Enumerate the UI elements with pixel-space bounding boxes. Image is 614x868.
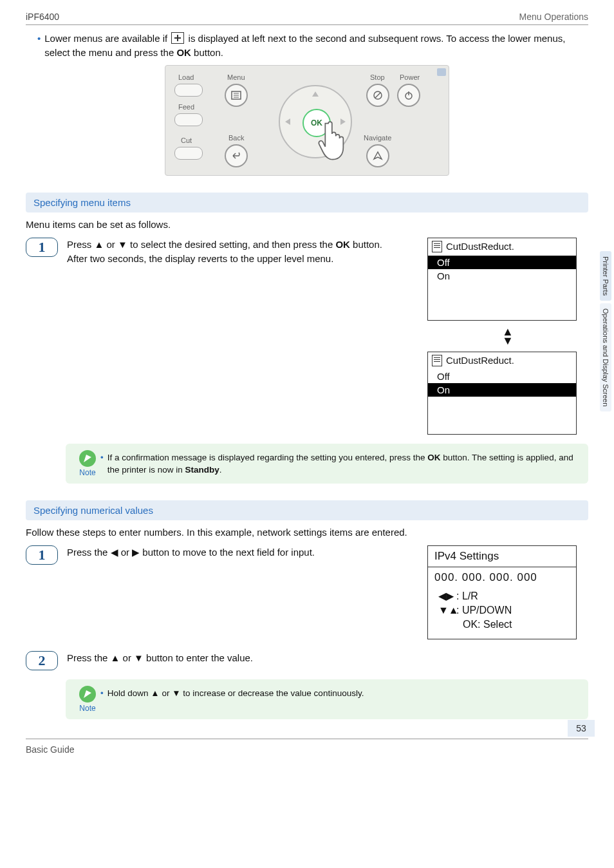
lcd-transition-arrows: ▲▼ [427, 321, 588, 352]
dpad-left-icon [285, 118, 290, 125]
ud-arrows-icon: ▼▲ [438, 603, 456, 618]
side-tab-printer-parts[interactable]: Printer Parts [600, 251, 611, 301]
submenu-plus-icon [171, 32, 184, 44]
page-number: 53 [568, 720, 595, 737]
back-label: Back [228, 134, 244, 142]
intro-text-1: Lower menus are available if [44, 33, 170, 44]
sec2-step1: Press the ◀ or ▶ button to move to the n… [67, 545, 421, 560]
hdr-right: Menu Operations [519, 12, 588, 22]
note1-standby: Standby [185, 465, 219, 475]
side-tab-operations-display[interactable]: Operations and Display Screen [600, 303, 611, 411]
note-2: Note • Hold down ▲ or ▼ to increase or d… [66, 679, 588, 719]
ipv4-title: IPv4 Settings [428, 546, 576, 567]
lcd2-on: On [428, 383, 576, 397]
intro-ok: OK [176, 47, 191, 58]
sec2-step1-text: Press the ◀ or ▶ button to move to the n… [67, 547, 315, 558]
lcd2-title: CutDustReduct. [446, 355, 514, 366]
sec2-lead: Follow these steps to enter numbers. In … [26, 527, 588, 538]
menu-button[interactable] [225, 84, 248, 107]
ipv4-ok: OK: Select [463, 619, 512, 630]
panel-chip-icon [437, 68, 446, 76]
power-button[interactable] [397, 84, 420, 107]
bullet-icon: • [37, 32, 44, 60]
lcd2-off: Off [428, 370, 576, 383]
intro-bullet: • Lower menus are available if is displa… [37, 32, 588, 60]
sec1-lead: Menu items can be set as follows. [26, 219, 588, 230]
hand-icon [317, 116, 348, 161]
menu-label: Menu [227, 73, 245, 81]
hdr-left: iPF6400 [26, 12, 59, 22]
lcd1-off: Off [428, 256, 576, 269]
ipv4-screen: IPv4 Settings 000. 000. 000. 000 ◀▶: L/R… [427, 545, 577, 639]
doc-icon [432, 355, 442, 366]
step-1-badge-b: 1 [26, 545, 58, 565]
lcd-after: CutDustReduct. Off On [427, 352, 577, 435]
section-specifying-menu-items: Specifying menu items [26, 193, 588, 212]
step1-b: button. [350, 239, 382, 250]
navigate-button[interactable] [366, 144, 389, 167]
note-label: Note [75, 704, 100, 713]
feed-button[interactable] [174, 113, 203, 126]
section-specifying-numerical-values: Specifying numerical values [26, 500, 588, 520]
cut-button[interactable] [174, 147, 203, 160]
doc-icon [432, 241, 442, 252]
page-header: iPF6400 Menu Operations [26, 12, 588, 25]
note1-t1: If a confirmation message is displayed r… [107, 453, 428, 462]
step1-c: After two seconds, the display reverts t… [67, 253, 333, 264]
sec2-step2: Press the ▲ or ▼ button to enter the val… [67, 651, 588, 666]
step-1-text: Press ▲ or ▼ to select the desired setti… [67, 238, 421, 267]
side-tabs: Printer Parts Operations and Display Scr… [600, 251, 614, 414]
ipv4-ud: : UP/DOWN [456, 605, 512, 616]
lcd1-on: On [428, 269, 576, 283]
svg-line-5 [375, 93, 380, 98]
bullet-icon: • [100, 687, 107, 700]
note-label: Note [75, 468, 100, 477]
note-icon [79, 686, 96, 703]
control-panel-illustration: Load Feed Cut Menu Back OK [165, 65, 449, 176]
dpad-up-icon [312, 91, 319, 97]
power-label: Power [400, 73, 420, 81]
cut-label: Cut [181, 137, 192, 144]
stop-button[interactable] [366, 84, 389, 107]
lcd-before: CutDustReduct. Off On [427, 238, 577, 321]
step1-a: Press ▲ or ▼ to select the desired setti… [67, 239, 335, 250]
bullet-icon: • [100, 451, 107, 476]
ipv4-value: 000. 000. 000. 000 [428, 567, 576, 585]
footer: Basic Guide [26, 739, 588, 755]
note1-ok: OK [427, 453, 440, 462]
stop-label: Stop [370, 73, 385, 81]
lcd1-title: CutDustReduct. [446, 241, 514, 252]
note-icon [79, 450, 96, 467]
feed-label: Feed [178, 103, 194, 111]
intro-text-3: button. [194, 47, 223, 58]
step-1-badge: 1 [26, 238, 58, 257]
back-button[interactable] [225, 144, 248, 167]
note2-text: Hold down ▲ or ▼ to increase or decrease… [107, 687, 364, 700]
note1-t3: . [219, 465, 222, 475]
lr-arrows-icon: ◀▶ [438, 589, 456, 603]
ipv4-lr: : L/R [456, 590, 478, 601]
step-2-badge: 2 [26, 651, 58, 670]
load-button[interactable] [174, 84, 203, 97]
step1-ok: OK [335, 239, 350, 250]
note-1: Note • If a confirmation message is disp… [66, 444, 588, 484]
navigate-label: Navigate [364, 134, 391, 142]
load-label: Load [178, 73, 194, 81]
dpad[interactable]: OK [279, 85, 352, 158]
